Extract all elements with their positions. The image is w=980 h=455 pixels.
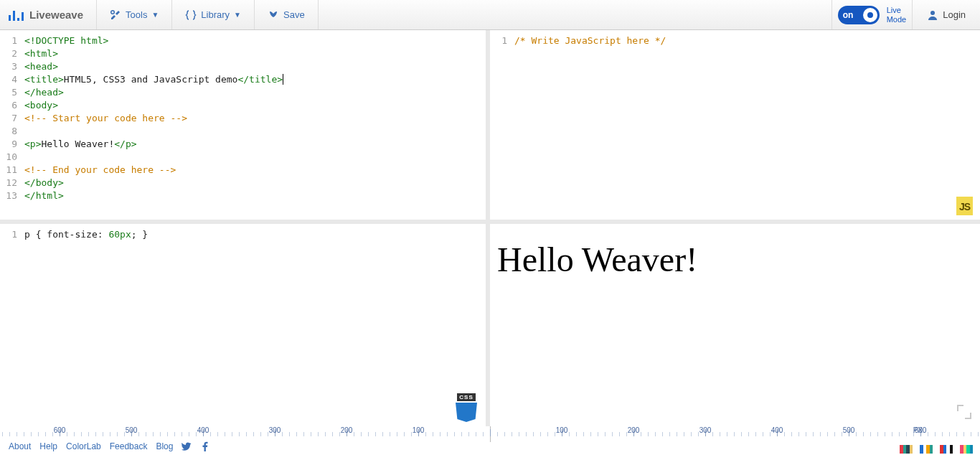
- topbar: Liveweave Tools ▼ Library ▼ Save on: [0, 0, 980, 30]
- footer-link-blog[interactable]: Blog: [156, 441, 173, 454]
- footer-link-about[interactable]: About: [9, 441, 31, 454]
- login-label: Login: [943, 9, 966, 20]
- brand-name: Liveweave: [29, 9, 83, 21]
- tools-menu[interactable]: Tools ▼: [97, 0, 172, 29]
- toggle-switch[interactable]: on: [838, 6, 880, 24]
- color-swatches: [900, 445, 973, 454]
- editor-grid: 12345678910111213 <!DOCTYPE html> <html>…: [0, 30, 980, 426]
- braces-icon: [185, 9, 197, 21]
- svg-point-0: [111, 10, 115, 14]
- output-text: Hello Weaver!: [490, 224, 980, 279]
- switch-on-label: on: [843, 10, 854, 20]
- library-label: Library: [201, 9, 230, 20]
- palette-swatch[interactable]: [960, 445, 973, 454]
- css3-badge-icon: CSS: [454, 393, 479, 422]
- library-menu[interactable]: Library ▼: [172, 0, 255, 29]
- ruler: 100100200200300300400400500500600600PX: [0, 426, 980, 442]
- output-pane: Hello Weaver!: [490, 224, 980, 426]
- live-mode-toggle[interactable]: on Live Mode: [831, 0, 913, 29]
- html-editor-pane[interactable]: 12345678910111213 <!DOCTYPE html> <html>…: [0, 30, 490, 224]
- footer-link-colorlab[interactable]: ColorLab: [66, 441, 101, 454]
- palette-swatch[interactable]: [900, 445, 913, 454]
- js-editor-pane[interactable]: 1 /* Write JavaScript here */ JS: [490, 30, 980, 224]
- tools-label: Tools: [126, 9, 147, 20]
- css-editor-pane[interactable]: 1 p { font-size: 60px; } CSS: [0, 224, 490, 426]
- save-icon: [268, 9, 279, 21]
- brand-logo[interactable]: Liveweave: [0, 0, 97, 29]
- expand-icon[interactable]: [957, 405, 971, 419]
- live-mode-label: Live Mode: [887, 6, 907, 23]
- tools-icon: [110, 9, 121, 21]
- palette-swatch[interactable]: [920, 445, 933, 454]
- facebook-icon[interactable]: [200, 441, 210, 454]
- footer: 100100200200300300400400500500600600PX A…: [0, 426, 980, 455]
- js-badge-icon: JS: [956, 197, 973, 215]
- chevron-down-icon: ▼: [151, 11, 159, 19]
- palette-swatch[interactable]: [940, 445, 953, 454]
- user-icon: [927, 9, 938, 21]
- logo-bars-icon: [9, 9, 24, 21]
- login-button[interactable]: Login: [912, 0, 980, 29]
- save-button[interactable]: Save: [255, 0, 319, 29]
- twitter-icon[interactable]: [182, 441, 192, 454]
- footer-links: AboutHelpColorLabFeedbackBlog: [9, 441, 210, 454]
- chevron-down-icon: ▼: [234, 11, 241, 19]
- footer-link-help[interactable]: Help: [39, 441, 57, 454]
- ruler-px-label: PX: [913, 426, 923, 434]
- svg-point-1: [930, 11, 935, 15]
- footer-link-feedback[interactable]: Feedback: [110, 441, 148, 454]
- switch-knob-icon: [863, 8, 877, 22]
- save-label: Save: [283, 9, 305, 20]
